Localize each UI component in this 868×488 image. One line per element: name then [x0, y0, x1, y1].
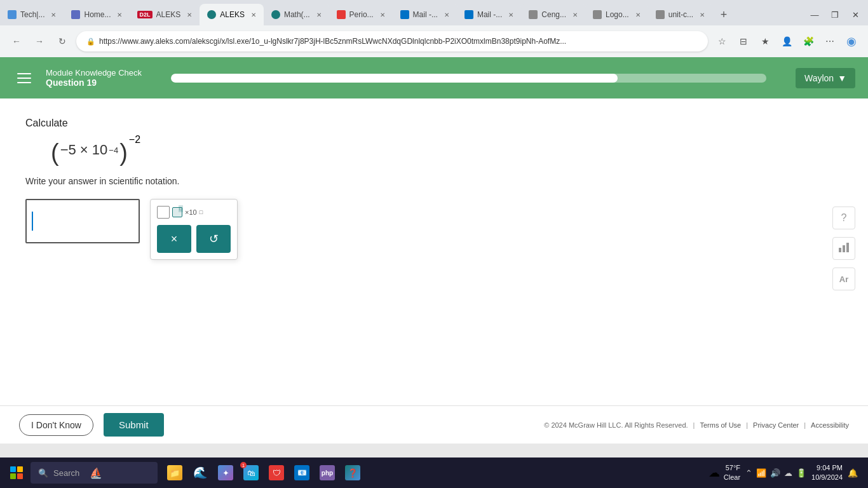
windows-logo-icon — [10, 466, 23, 479]
inner-exponent: −4 — [109, 146, 118, 155]
taskbar-security[interactable]: 🛡 — [264, 461, 288, 485]
accessibility-link[interactable]: Accessibility — [811, 421, 849, 429]
tab-aleks-active[interactable]: ALEKS ✕ — [200, 4, 264, 25]
keypad-notation-selector: □ ×10 □ — [157, 206, 203, 219]
file-explorer-icon: 📁 — [167, 465, 182, 480]
tab-label: Tech|... — [20, 10, 44, 19]
notifications-button[interactable]: 🔔 — [848, 468, 858, 478]
answer-input-box[interactable] — [25, 199, 140, 243]
question-label: Question 19 — [46, 78, 142, 88]
text-options-button[interactable]: Ar — [832, 268, 855, 290]
tab-close-icon[interactable]: ✕ — [117, 11, 122, 18]
tab-logo[interactable]: Logo... ✕ — [585, 4, 648, 25]
terms-of-use-link[interactable]: Terms of Use — [700, 421, 741, 429]
address-input[interactable]: 🔒 https://www.awy.aleks.com/alekscgi/x/l… — [76, 31, 708, 51]
search-icon: 🔍 — [38, 468, 48, 478]
separator: | — [693, 421, 695, 429]
tab-math[interactable]: Math(... ✕ — [264, 4, 329, 25]
tab-unit[interactable]: unit-c... ✕ — [648, 4, 712, 25]
more-button[interactable]: ⋯ — [821, 32, 839, 50]
tab-techh[interactable]: Tech|... ✕ — [0, 4, 64, 25]
privacy-center-link[interactable]: Privacy Center — [753, 421, 799, 429]
restore-button[interactable]: ❐ — [827, 7, 843, 22]
close-button[interactable]: ✕ — [848, 7, 863, 22]
tab-close-icon[interactable]: ✕ — [51, 11, 56, 18]
tab-d2l[interactable]: D2L ALEKS ✕ — [130, 4, 200, 25]
taskbar-php[interactable]: php — [315, 461, 339, 485]
module-label: Module Knowledge Check — [46, 68, 142, 78]
new-tab-button[interactable]: + — [715, 6, 733, 24]
taskbar-store[interactable]: 1 🛍 — [239, 461, 263, 485]
times-10-label: ×10 — [185, 208, 197, 216]
tab-close-icon[interactable]: ✕ — [573, 11, 578, 18]
aleks-header: Module Knowledge Check Question 19 Waylo… — [0, 57, 868, 98]
hamburger-line — [17, 82, 31, 83]
exponent-box[interactable]: □ — [172, 207, 182, 217]
minimize-button[interactable]: — — [807, 7, 822, 22]
notification-badge: 1 — [240, 462, 247, 468]
battery-icon[interactable]: 🔋 — [796, 468, 806, 478]
tab-mail2[interactable]: Mail -... ✕ — [457, 4, 521, 25]
taskbar-copilot[interactable]: ✦ — [214, 461, 238, 485]
i-dont-know-button[interactable]: I Don't Know — [19, 414, 93, 436]
taskbar-help[interactable]: ❓ — [341, 461, 365, 485]
taskbar-edge[interactable]: 🌊 — [188, 461, 212, 485]
chevron-up-icon[interactable]: ⌃ — [745, 468, 752, 478]
start-button[interactable] — [5, 461, 28, 484]
taskbar-file-explorer[interactable]: 📁 — [163, 461, 187, 485]
clear-button[interactable]: × — [157, 225, 191, 253]
edge-icon[interactable]: ◉ — [843, 32, 860, 50]
tab-favicon — [593, 10, 602, 19]
tab-label: unit-c... — [668, 10, 693, 19]
taskbar-outlook[interactable]: 📧 — [290, 461, 314, 485]
tab-cengage[interactable]: Ceng... ✕ — [521, 4, 585, 25]
forward-button[interactable]: → — [31, 32, 48, 50]
tab-close-icon[interactable]: ✕ — [635, 11, 641, 18]
back-button[interactable]: ← — [8, 32, 25, 50]
extension-icon[interactable]: 🧩 — [799, 32, 817, 50]
bookmark-icon[interactable]: ☆ — [713, 32, 731, 50]
calculate-label: Calculate — [25, 118, 843, 129]
math-content: −5 × 10−4 — [60, 142, 118, 158]
backspace-button[interactable]: ↺ — [196, 225, 231, 253]
d2l-badge: D2L — [137, 11, 152, 18]
weather-widget[interactable]: ☁ 57°F Clear — [709, 463, 740, 483]
onedrive-icon[interactable]: ☁ — [784, 468, 792, 478]
reload-button[interactable]: ↻ — [53, 32, 71, 50]
tab-favicon — [337, 10, 346, 19]
weather-icon: ☁ — [709, 466, 720, 480]
base-box[interactable] — [157, 206, 170, 219]
tab-mail1[interactable]: Mail -... ✕ — [393, 4, 457, 25]
tab-close-icon[interactable]: ✕ — [444, 11, 449, 18]
address-icons: ☆ ⊟ ★ 👤 🧩 ⋯ ◉ — [713, 32, 860, 50]
submit-button[interactable]: Submit — [104, 413, 164, 437]
answer-section: □ ×10 □ × ↺ — [25, 199, 843, 260]
chart-button[interactable] — [832, 237, 855, 260]
tab-close-icon[interactable]: ✕ — [508, 11, 513, 18]
keypad-popup: □ ×10 □ × ↺ — [150, 199, 238, 260]
tab-label: Home... — [84, 10, 111, 19]
tab-close-icon[interactable]: ✕ — [380, 11, 385, 18]
weather-info: 57°F Clear — [724, 463, 740, 483]
taskbar-clock[interactable]: 9:04 PM 10/9/2024 — [811, 463, 843, 483]
profile-icon[interactable]: 👤 — [778, 32, 796, 50]
user-menu-button[interactable]: Waylon ▼ — [796, 68, 855, 88]
tab-home[interactable]: Home... ✕ — [64, 4, 130, 25]
times-icon: × — [171, 233, 178, 246]
network-icon[interactable]: 📶 — [756, 468, 766, 478]
url-text: https://www.awy.aleks.com/alekscgi/x/lsl… — [99, 37, 566, 46]
tab-close-icon[interactable]: ✕ — [316, 11, 322, 18]
volume-icon[interactable]: 🔊 — [770, 468, 780, 478]
tab-close-icon[interactable]: ✕ — [187, 11, 192, 18]
tab-close-icon[interactable]: ✕ — [700, 11, 705, 18]
split-view-icon[interactable]: ⊟ — [735, 32, 752, 50]
tab-period[interactable]: Perio... ✕ — [329, 4, 393, 25]
help-button[interactable]: ? — [832, 207, 855, 229]
separator: | — [746, 421, 748, 429]
taskbar: 🔍 Search ⛵ 📁 🌊 ✦ 1 🛍 — [0, 458, 868, 488]
hamburger-menu-button[interactable] — [13, 67, 36, 90]
taskbar-search-box[interactable]: 🔍 Search ⛵ — [31, 462, 158, 484]
tab-favicon — [529, 10, 538, 19]
favorites-icon[interactable]: ★ — [756, 32, 774, 50]
tab-close-icon[interactable]: ✕ — [251, 11, 256, 18]
